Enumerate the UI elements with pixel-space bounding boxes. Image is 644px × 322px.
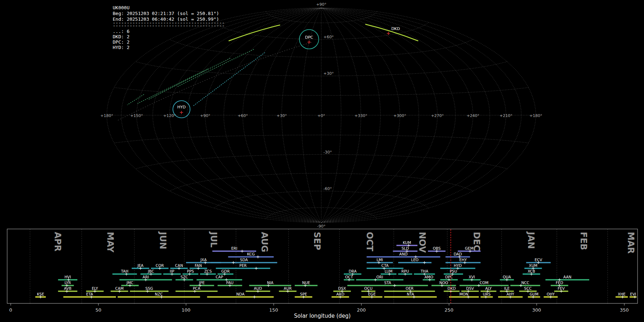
radiant-label-DPC: DPC bbox=[305, 35, 313, 40]
shower-label-PER: PER bbox=[239, 263, 247, 268]
shower-label-AVB: AVB bbox=[64, 286, 72, 291]
shower-label-AMO: AMO bbox=[424, 275, 433, 279]
shower-label-JXA: JXA bbox=[200, 258, 207, 262]
shower-label-COM: COM bbox=[480, 280, 489, 285]
shower-label-CTA: CTA bbox=[381, 263, 389, 268]
shower-label-THA: THA bbox=[420, 269, 429, 273]
ecliptic-line bbox=[118, 42, 312, 120]
shower-label-DPC: DPC bbox=[445, 275, 453, 279]
shower-label-TAH: TAH bbox=[121, 269, 128, 273]
shower-label-JPE: JPE bbox=[199, 280, 205, 285]
x-tick-label: 0 bbox=[9, 307, 12, 313]
shower-label-RPU: RPU bbox=[401, 269, 409, 273]
shower-label-SPE: SPE bbox=[300, 292, 307, 296]
shower-label-IIP: IIP bbox=[170, 269, 175, 273]
lon-label: +90° bbox=[200, 113, 210, 118]
x-tick-label: 150 bbox=[269, 307, 278, 313]
lon-label: +60° bbox=[238, 113, 248, 118]
x-tick-label: 350 bbox=[620, 307, 629, 313]
shower-label-LMI: LMI bbox=[376, 258, 383, 262]
shower-label-KUM: KUM bbox=[403, 240, 411, 245]
shower-label-EGE: EGE bbox=[368, 292, 376, 296]
x-tick-label: 200 bbox=[357, 307, 366, 313]
lon-label: +300° bbox=[394, 113, 406, 118]
shower-label-NCC: NCC bbox=[521, 280, 530, 285]
shower-label-SLD: SLD bbox=[401, 246, 409, 250]
shower-label-GDR: GDR bbox=[221, 269, 230, 273]
header-block: UK000U Beg: 20251203 02:21:37 (sol = 250… bbox=[113, 5, 225, 50]
meteor-trail-dotted-5 bbox=[127, 94, 144, 105]
shower-label-AUR: AUR bbox=[284, 286, 292, 291]
shower-label-DKD: DKD bbox=[448, 286, 456, 291]
shower-label-HYD: HYD bbox=[454, 263, 462, 268]
timeline-frame bbox=[7, 229, 638, 303]
shower-label-ALY: ALY bbox=[485, 286, 492, 291]
shower-label-SDA: SDA bbox=[240, 258, 248, 262]
shower-label-PPS: PPS bbox=[187, 269, 194, 273]
shower-label-ECV: ECV bbox=[535, 258, 542, 262]
shower-label-DAD: DAD bbox=[454, 252, 462, 256]
month-label-MAR: MAR bbox=[626, 232, 636, 254]
x-tick-label: 100 bbox=[182, 307, 191, 313]
shower-label-ARD: ARD bbox=[336, 292, 345, 296]
shower-label-LEO: LEO bbox=[411, 258, 419, 262]
shower-label-NTA: NTA bbox=[407, 292, 414, 296]
lon-label: +180° bbox=[101, 113, 113, 118]
sky-map: +90°-90°+60°+30°-30°-60°+180°+150°+120°+… bbox=[101, 2, 542, 229]
shower-label-XUM: XUM bbox=[529, 263, 537, 268]
shower-label-DSX: DSX bbox=[338, 286, 346, 291]
month-label-SEP: SEP bbox=[312, 232, 322, 250]
meteor-trail-dotted-1 bbox=[177, 49, 254, 87]
shower-label-SSG: SSG bbox=[145, 286, 153, 291]
lon-label: +270° bbox=[431, 113, 444, 118]
shower-label-AHY: AHY bbox=[507, 292, 514, 296]
lon-label: +210° bbox=[499, 113, 512, 118]
shower-label-ETA: ETA bbox=[86, 292, 93, 296]
shower-label-EVI: EVI bbox=[630, 292, 636, 296]
grid-meridian bbox=[153, 8, 321, 223]
count-hyd: HYD: 2 bbox=[113, 45, 130, 50]
lon-label: +240° bbox=[467, 113, 479, 118]
month-label-NOV: NOV bbox=[417, 232, 427, 253]
month-label-JUL: JUL bbox=[209, 231, 219, 248]
shower-label-JMC: JMC bbox=[126, 280, 133, 285]
shower-label-NOO: NOO bbox=[439, 280, 448, 285]
meteor-trail-dotted-2 bbox=[148, 58, 230, 100]
month-label-AUG: AUG bbox=[259, 232, 269, 252]
month-label-APR: APR bbox=[53, 232, 63, 252]
shower-label-OCT: OCT bbox=[345, 275, 353, 279]
count-sporadic: ...: 6 bbox=[113, 29, 130, 34]
shower-label-CAM: CAM bbox=[115, 286, 124, 291]
shower-label-NDA: NDA bbox=[236, 292, 245, 296]
shower-label-LYR: LYR bbox=[64, 280, 71, 285]
shower-label-LUM: LUM bbox=[385, 269, 392, 273]
shower-label-COR: COR bbox=[156, 263, 164, 268]
station-id: UK000U bbox=[113, 5, 130, 10]
lat-label: +30° bbox=[323, 71, 334, 76]
x-axis-title: Solar longitude (deg) bbox=[294, 313, 351, 319]
x-tick-label: 50 bbox=[96, 307, 102, 313]
month-label-FEB: FEB bbox=[579, 232, 589, 250]
shower-label-ZCS: ZCS bbox=[204, 269, 212, 273]
shower-label-FEV: FEV bbox=[558, 286, 565, 291]
meteor-trail-bright-left bbox=[229, 25, 280, 41]
begin-time-line: Beg: 20251203 02:21:37 (sol = 250.81°) bbox=[113, 11, 219, 16]
grid-meridian bbox=[321, 8, 521, 223]
pole-label-south: -90° bbox=[317, 224, 325, 229]
shower-label-KCG: KCG bbox=[247, 252, 255, 256]
shower-label-SCC: SCC bbox=[524, 286, 532, 291]
shower-label-JBC: JBC bbox=[147, 269, 154, 273]
month-label-JUN: JUN bbox=[158, 231, 168, 249]
x-tick-label: 250 bbox=[445, 307, 454, 313]
lon-label: +30° bbox=[277, 113, 287, 118]
lat-label: -30° bbox=[323, 150, 332, 155]
radiant-label-HYD: HYD bbox=[177, 105, 185, 109]
count-dpc: DPC: 2 bbox=[113, 39, 130, 45]
month-label-MAY: MAY bbox=[105, 232, 115, 253]
shower-label-NUE: NUE bbox=[302, 280, 310, 285]
lon-label: +180° bbox=[530, 113, 542, 118]
shower-label-PCA: PCA bbox=[193, 286, 201, 291]
shower-label-XHE: XHE bbox=[618, 292, 626, 296]
radiant-label-DKD: DKD bbox=[391, 26, 400, 31]
lat-label: -60° bbox=[323, 186, 332, 191]
